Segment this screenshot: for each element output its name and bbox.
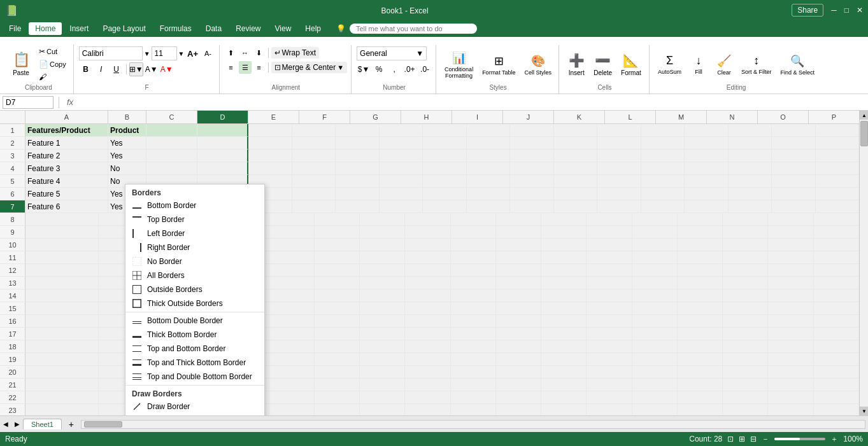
cell-l2[interactable] bbox=[554, 137, 598, 150]
add-sheet-button[interactable]: + bbox=[64, 417, 78, 431]
formula-input[interactable] bbox=[78, 97, 865, 108]
cell-k6[interactable] bbox=[510, 188, 554, 200]
cell-a3[interactable]: Feature 2 bbox=[25, 150, 108, 162]
cell-f3[interactable] bbox=[292, 150, 336, 162]
zoom-in-button[interactable]: ＋ bbox=[830, 434, 838, 445]
close-icon[interactable]: ✕ bbox=[857, 6, 863, 15]
cell-o4[interactable] bbox=[685, 162, 729, 175]
border-item-left[interactable]: Left Border bbox=[125, 226, 264, 240]
border-button[interactable]: ⊞▼ bbox=[129, 62, 143, 76]
cell-g6[interactable] bbox=[336, 188, 380, 200]
merge-center-button[interactable]: ⊡ Merge & Center▼ bbox=[271, 62, 348, 73]
cell-styles-button[interactable]: 🎨 Cell Styles bbox=[521, 47, 555, 83]
cell-k1[interactable] bbox=[510, 124, 554, 137]
cell-f4[interactable] bbox=[292, 162, 336, 175]
border-item-none[interactable]: No Border bbox=[125, 254, 264, 268]
font-name-dropdown-icon[interactable]: ▼ bbox=[144, 50, 150, 57]
insert-button[interactable]: ➕ Insert bbox=[565, 47, 588, 83]
decrease-decimal-button[interactable]: .0- bbox=[418, 62, 432, 76]
minimize-icon[interactable]: ─ bbox=[831, 6, 837, 15]
cell-l7[interactable] bbox=[554, 200, 598, 213]
decrease-font-button[interactable]: A- bbox=[201, 46, 215, 60]
copy-button[interactable]: 📄 Copy bbox=[36, 59, 69, 70]
conditional-formatting-button[interactable]: 📊 ConditionalFormatting bbox=[441, 47, 476, 83]
cell-f1[interactable] bbox=[292, 124, 336, 137]
border-item-right[interactable]: Right Border bbox=[125, 240, 264, 254]
cell-q4[interactable] bbox=[772, 162, 816, 175]
cell-p3[interactable] bbox=[729, 150, 772, 162]
cell-k4[interactable] bbox=[510, 162, 554, 175]
vertical-scrollbar[interactable]: ▲ ▼ bbox=[859, 111, 868, 415]
cell-d1[interactable] bbox=[197, 124, 248, 137]
increase-font-button[interactable]: A+ bbox=[186, 46, 200, 60]
menu-item-data[interactable]: Data bbox=[199, 22, 228, 35]
cell-h4[interactable] bbox=[380, 162, 423, 175]
cell-b2[interactable]: Yes bbox=[108, 137, 146, 150]
cell-j5[interactable] bbox=[467, 175, 511, 188]
sort-filter-button[interactable]: ↕ Sort & Filter bbox=[738, 47, 775, 83]
cell-i1[interactable] bbox=[423, 124, 467, 137]
zoom-out-button[interactable]: － bbox=[762, 434, 769, 445]
cell-q2[interactable] bbox=[772, 137, 816, 150]
share-button[interactable]: Share bbox=[792, 4, 823, 17]
cell-b4[interactable]: No bbox=[108, 162, 146, 175]
delete-button[interactable]: ➖ Delete bbox=[590, 47, 615, 83]
cell-i2[interactable] bbox=[423, 137, 467, 150]
menu-item-insert[interactable]: Insert bbox=[63, 22, 95, 35]
percent-button[interactable]: % bbox=[372, 62, 386, 76]
cell-g5[interactable] bbox=[336, 175, 380, 188]
align-right-button[interactable]: ≡ bbox=[253, 61, 266, 74]
page-layout-icon[interactable]: ⊞ bbox=[739, 435, 745, 443]
cell-n4[interactable] bbox=[641, 162, 685, 175]
cell-j1[interactable] bbox=[467, 124, 511, 137]
cell-p4[interactable] bbox=[729, 162, 772, 175]
sheet-tab-sheet1[interactable]: Sheet1 bbox=[23, 419, 62, 429]
cell-l4[interactable] bbox=[554, 162, 598, 175]
border-item-top[interactable]: Top Border bbox=[125, 213, 264, 226]
cell-m5[interactable] bbox=[597, 175, 641, 188]
menu-item-help[interactable]: Help bbox=[299, 22, 327, 35]
align-middle-button[interactable]: ↔ bbox=[239, 46, 252, 59]
cell-f6[interactable] bbox=[292, 188, 336, 200]
cell-a1[interactable]: Features/Product bbox=[25, 124, 108, 137]
cell-a4[interactable]: Feature 3 bbox=[25, 162, 108, 175]
cell-p7[interactable] bbox=[729, 200, 772, 213]
fill-button[interactable]: ↓ Fill bbox=[687, 47, 710, 83]
cell-q6[interactable] bbox=[772, 188, 816, 200]
cell-c1[interactable] bbox=[146, 124, 197, 137]
cell-j2[interactable] bbox=[467, 137, 511, 150]
cell-o2[interactable] bbox=[685, 137, 729, 150]
cell-o3[interactable] bbox=[685, 150, 729, 162]
cell-j7[interactable] bbox=[467, 200, 511, 213]
cell-k5[interactable] bbox=[510, 175, 554, 188]
cell-k7[interactable] bbox=[510, 200, 554, 213]
align-bottom-button[interactable]: ⬇ bbox=[253, 46, 266, 59]
menu-item-review[interactable]: Review bbox=[229, 22, 267, 35]
cell-r3[interactable] bbox=[816, 150, 860, 162]
cell-e3[interactable] bbox=[248, 150, 292, 162]
cell-e4[interactable] bbox=[248, 162, 292, 175]
cell-n3[interactable] bbox=[641, 150, 685, 162]
cell-i4[interactable] bbox=[423, 162, 467, 175]
cell-m1[interactable] bbox=[597, 124, 641, 137]
align-top-button[interactable]: ⬆ bbox=[225, 46, 238, 59]
border-item-all[interactable]: All Borders bbox=[125, 268, 264, 282]
scroll-left-button[interactable]: ◀ bbox=[0, 421, 11, 428]
cell-a2[interactable]: Feature 1 bbox=[25, 137, 108, 150]
cell-g7[interactable] bbox=[336, 200, 380, 213]
menu-item-page-layout[interactable]: Page Layout bbox=[96, 22, 152, 35]
border-item-top-bottom[interactable]: Top and Bottom Border bbox=[125, 342, 264, 356]
cell-p6[interactable] bbox=[729, 188, 772, 200]
cell-o1[interactable] bbox=[685, 124, 729, 137]
format-button[interactable]: 📐 Format bbox=[618, 47, 644, 83]
cell-n5[interactable] bbox=[641, 175, 685, 188]
cell-n7[interactable] bbox=[641, 200, 685, 213]
border-item-thick-outside[interactable]: Thick Outside Borders bbox=[125, 296, 264, 310]
cell-h3[interactable] bbox=[380, 150, 423, 162]
align-left-button[interactable]: ≡ bbox=[225, 61, 238, 74]
cell-b3[interactable]: Yes bbox=[108, 150, 146, 162]
cell-o7[interactable] bbox=[685, 200, 729, 213]
cell-m4[interactable] bbox=[597, 162, 641, 175]
font-size-input[interactable] bbox=[152, 46, 177, 60]
format-painter-button[interactable]: 🖌 bbox=[36, 71, 69, 83]
